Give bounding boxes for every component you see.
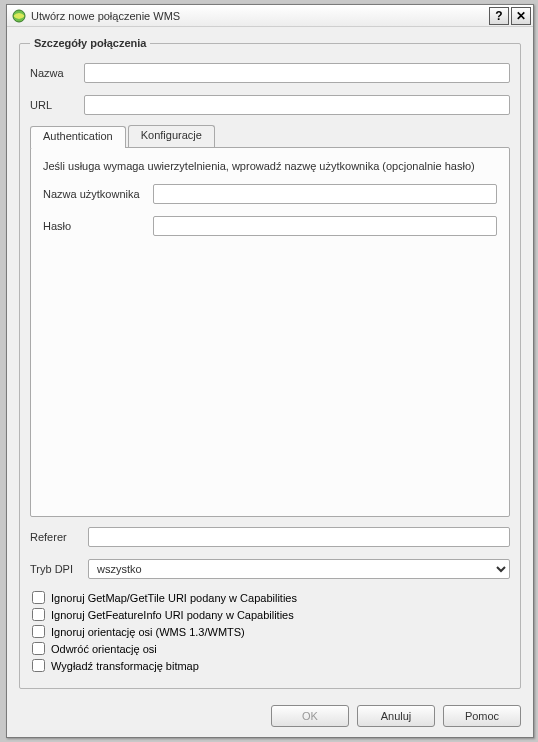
check-ignore-axis-row: Ignoruj orientację osi (WMS 1.3/WMTS) (30, 625, 510, 638)
group-legend: Szczegóły połączenia (30, 37, 150, 49)
username-row: Nazwa użytkownika (43, 184, 497, 204)
dpi-row: Tryb DPI wszystko (30, 559, 510, 579)
check-smooth-bitmap-row: Wygładź transformację bitmap (30, 659, 510, 672)
referer-label: Referer (30, 531, 88, 543)
username-label: Nazwa użytkownika (43, 188, 153, 200)
name-label: Nazwa (30, 67, 84, 79)
tab-bar: Authentication Konfiguracje (30, 125, 510, 147)
title-bar: Utwórz nowe połączenie WMS ? ✕ (7, 5, 533, 27)
check-ignore-getfeatureinfo-row: Ignoruj GetFeatureInfo URI podany w Capa… (30, 608, 510, 621)
referer-row: Referer (30, 527, 510, 547)
check-ignore-getfeatureinfo-label: Ignoruj GetFeatureInfo URI podany w Capa… (51, 609, 294, 621)
ok-button[interactable]: OK (271, 705, 349, 727)
check-ignore-axis[interactable] (32, 625, 45, 638)
name-row: Nazwa (30, 63, 510, 83)
cancel-button[interactable]: Anuluj (357, 705, 435, 727)
dpi-select[interactable]: wszystko (88, 559, 510, 579)
app-icon (11, 8, 27, 24)
auth-hint: Jeśli usługa wymaga uwierzytelnienia, wp… (43, 160, 497, 172)
check-ignore-getmap-label: Ignoruj GetMap/GetTile URI podany w Capa… (51, 592, 297, 604)
password-label: Hasło (43, 220, 153, 232)
username-input[interactable] (153, 184, 497, 204)
check-ignore-getfeatureinfo[interactable] (32, 608, 45, 621)
help-button[interactable]: ? (489, 7, 509, 25)
url-input[interactable] (84, 95, 510, 115)
auth-tab-panel: Jeśli usługa wymaga uwierzytelnienia, wp… (30, 147, 510, 517)
connection-details-group: Szczegóły połączenia Nazwa URL Authentic… (19, 37, 521, 689)
check-ignore-getmap-row: Ignoruj GetMap/GetTile URI podany w Capa… (30, 591, 510, 604)
check-invert-axis-label: Odwróć orientację osi (51, 643, 157, 655)
password-input[interactable] (153, 216, 497, 236)
check-invert-axis[interactable] (32, 642, 45, 655)
referer-input[interactable] (88, 527, 510, 547)
checkbox-group: Ignoruj GetMap/GetTile URI podany w Capa… (30, 587, 510, 676)
check-smooth-bitmap[interactable] (32, 659, 45, 672)
dpi-label: Tryb DPI (30, 563, 88, 575)
check-smooth-bitmap-label: Wygładź transformację bitmap (51, 660, 199, 672)
check-ignore-getmap[interactable] (32, 591, 45, 604)
url-label: URL (30, 99, 84, 111)
url-row: URL (30, 95, 510, 115)
tab-authentication[interactable]: Authentication (30, 126, 126, 148)
dialog-window: Utwórz nowe połączenie WMS ? ✕ Szczegóły… (6, 4, 534, 738)
tab-configurations[interactable]: Konfiguracje (128, 125, 215, 147)
check-ignore-axis-label: Ignoruj orientację osi (WMS 1.3/WMTS) (51, 626, 245, 638)
check-invert-axis-row: Odwróć orientację osi (30, 642, 510, 655)
window-title: Utwórz nowe połączenie WMS (31, 10, 487, 22)
name-input[interactable] (84, 63, 510, 83)
close-button[interactable]: ✕ (511, 7, 531, 25)
help-action-button[interactable]: Pomoc (443, 705, 521, 727)
client-area: Szczegóły połączenia Nazwa URL Authentic… (7, 27, 533, 697)
button-bar: OK Anuluj Pomoc (7, 697, 533, 737)
password-row: Hasło (43, 216, 497, 236)
